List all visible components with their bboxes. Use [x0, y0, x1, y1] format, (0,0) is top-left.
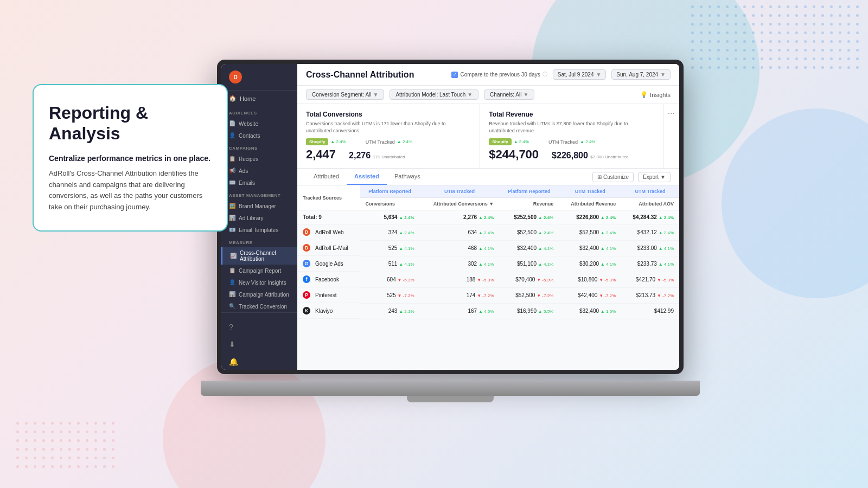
laptop-container: D 🏠 Home AUDIENCES 📄 Website 👤 Contacts … [201, 60, 700, 428]
shopify-pct-conv: ▲ 2.4% [330, 139, 346, 144]
notifications-button[interactable]: 🔔 [221, 353, 297, 370]
source-icon: f [303, 275, 310, 283]
sidebar-item-ads[interactable]: 📢 Ads [221, 165, 297, 177]
sidebar-item-campaign-attribution[interactable]: 📊 Campaign Attribution [221, 288, 297, 300]
col-platform-conv-header: Platform Reported [360, 185, 420, 198]
download-button[interactable]: ⬇ [221, 336, 297, 353]
laptop-screen-inner: D 🏠 Home AUDIENCES 📄 Website 👤 Contacts … [221, 64, 679, 370]
sidebar-item-new-visitor[interactable]: 👤 New Visitor Insights [221, 277, 297, 288]
cell-utm-conv: 302 ▲ 4.1% [420, 256, 500, 272]
col-utm-conv-sub[interactable]: Attributed Conversions ▼ [420, 198, 500, 210]
compare-checkbox[interactable]: ✓ [451, 72, 458, 78]
home-label: Home [240, 95, 256, 102]
cell-source: D AdRoll Web [297, 224, 360, 240]
metric-conv-sub: Conversions tracked with UTMs is 171 low… [306, 120, 471, 134]
more-options-button[interactable]: ··· [663, 104, 679, 168]
cell-platform-rev: $51,100 ▲ 4.1% [499, 256, 559, 272]
sidebar-item-ad-library[interactable]: 📊 Ad Library [221, 212, 297, 224]
sidebar-item-email-templates[interactable]: 📧 Email Templates [221, 224, 297, 236]
cell-source: K Klaviyo [297, 303, 360, 319]
cell-utm-conv: 634 ▲ 2.4% [420, 224, 500, 240]
sidebar-label-ad-library: Ad Library [239, 215, 264, 221]
cell-utm-aov: $421.70 ▼ -5.3% [621, 272, 679, 287]
tab-attributed[interactable]: Attributed [306, 169, 347, 185]
col-platform-rev-header: Platform Reported [499, 185, 559, 198]
date-end-picker[interactable]: Sun, Aug 7, 2024 ▼ [611, 69, 671, 80]
compare-info-icon: ⓘ [542, 71, 547, 78]
tab-pathways[interactable]: Pathways [387, 169, 428, 185]
col-utm-rev-header: UTM Tracked [559, 185, 621, 198]
date-start-picker[interactable]: Sat, Jul 9 2024 ▼ [553, 69, 607, 80]
sidebar-label-recipes: Recipes [239, 156, 258, 162]
shopify-badge-conv: Shopify [306, 138, 328, 145]
sidebar-label-ads: Ads [239, 168, 248, 174]
sidebar-item-contacts[interactable]: 👤 Contacts [221, 130, 297, 142]
utm-label-rev: UTM Tracked [548, 139, 578, 145]
sidebar-item-tracked-conversion[interactable]: 🔍 Tracked Conversion [221, 300, 297, 312]
emails-icon: ✉️ [229, 179, 235, 186]
sidebar-item-website[interactable]: 📄 Website [221, 118, 297, 130]
sidebar-logo: D [221, 64, 297, 91]
date-start-value: Sat, Jul 9 2024 [558, 72, 594, 78]
cell-utm-aov: $213.73 ▼ -7.2% [621, 287, 679, 303]
metric-conv-unattr: 171 Unattributed [373, 155, 405, 159]
sidebar-label-website: Website [239, 121, 258, 127]
filter-conversion-segment[interactable]: Conversion Segment: All ▼ [306, 89, 384, 100]
decoration-circle-blue [722, 108, 868, 298]
sidebar-item-cross-channel[interactable]: 📈 Cross-Channel Attribution [221, 247, 297, 265]
col-utm-rev-sub: Attributed Revenue [559, 198, 621, 210]
adroll-logo-icon: D [229, 70, 242, 84]
metric-rev-sub: Revenue tracked with UTMs is $7,800 lowe… [489, 120, 654, 134]
sidebar-item-brand-manager[interactable]: 🖼️ Brand Manager [221, 200, 297, 212]
filter-attribution-model[interactable]: Attribution Model: Last Touch ▼ [390, 89, 478, 100]
sidebar-label-campaign-report: Campaign Report [239, 268, 281, 274]
card-subheading: Centralize performance metrics in one pl… [49, 154, 212, 163]
cell-utm-rev: $42,400 ▼ -7.2% [559, 287, 621, 303]
metric-total-revenue: Total Revenue Revenue tracked with UTMs … [480, 104, 663, 168]
tab-assisted[interactable]: Assisted [347, 169, 387, 185]
help-button[interactable]: ? [221, 318, 297, 336]
date-end-chevron: ▼ [660, 72, 666, 78]
metric-conv-badges: Shopify ▲ 2.4% UTM Tracked ▲ 2.4% [306, 138, 471, 145]
insights-button[interactable]: 💡 Insights [640, 91, 671, 98]
cell-platform-conv: 604 ▼ -5.3% [360, 272, 420, 287]
filter-conv-seg-chevron: ▼ [373, 92, 379, 98]
sidebar-section-campaigns: CAMPAIGNS [221, 142, 297, 153]
customize-label: Customize [603, 174, 629, 180]
cell-platform-conv: 5,634 ▲ 2.4% [360, 210, 420, 225]
cell-utm-rev: $52,500 ▲ 2.4% [559, 224, 621, 240]
ad-library-icon: 📊 [229, 215, 235, 221]
metric-rev-main: $244,700 [489, 147, 539, 162]
cell-utm-conv: 174 ▼ -7.2% [420, 287, 500, 303]
cell-utm-aov: $432.12 ▲ 2.4% [621, 224, 679, 240]
customize-button[interactable]: ⊞ Customize [592, 172, 634, 182]
table-row: f Facebook 604 ▼ -5.3% 188 ▼ -5.3% $70,4… [297, 272, 679, 287]
metric-rev-unattr: $7,800 Unattributed [590, 155, 628, 159]
cell-source: G Google Ads [297, 256, 360, 272]
cell-source: f Facebook [297, 272, 360, 287]
compare-checkbox-area[interactable]: ✓ Compare to the previous 30 days ⓘ [451, 71, 547, 78]
sidebar-item-campaign-report[interactable]: 📋 Campaign Report [221, 265, 297, 277]
cell-utm-conv: 468 ▲ 4.1% [420, 240, 500, 256]
cell-utm-rev: $226,800 ▲ 2.4% [559, 210, 621, 225]
metric-rev-secondary: $226,800 [552, 151, 588, 160]
shopify-badge-rev: Shopify [489, 138, 511, 145]
sidebar-label-cross-channel: Cross-Channel Attribution [240, 250, 290, 262]
col-source: Tracked Sources [297, 185, 360, 210]
tabs-actions: ⊞ Customize Export ▼ [592, 172, 671, 182]
filter-channels[interactable]: Channels: All ▼ [484, 89, 534, 100]
utm-pct-rev: ▲ 2.4% [580, 139, 595, 144]
sidebar-item-recipes[interactable]: 📋 Recipes [221, 153, 297, 165]
sidebar-item-home[interactable]: 🏠 Home [221, 91, 297, 106]
cell-platform-rev: $16,990 ▲ 5.5% [499, 303, 559, 319]
sidebar-label-campaign-attr: Campaign Attribution [239, 292, 289, 298]
metric-conv-secondary: 2,276 [349, 151, 371, 160]
sidebar-item-emails[interactable]: ✉️ Emails [221, 177, 297, 189]
export-button[interactable]: Export ▼ [638, 172, 671, 182]
cell-source: D AdRoll E-Mail [297, 240, 360, 256]
filter-bar: Conversion Segment: All ▼ Attribution Mo… [297, 86, 679, 104]
sidebar: D 🏠 Home AUDIENCES 📄 Website 👤 Contacts … [221, 64, 297, 370]
sidebar-label-tracked-conv: Tracked Conversion [239, 304, 287, 310]
sidebar-label-brand: Brand Manager [239, 203, 276, 209]
page-title: Cross-Channel Attribution [306, 70, 414, 80]
